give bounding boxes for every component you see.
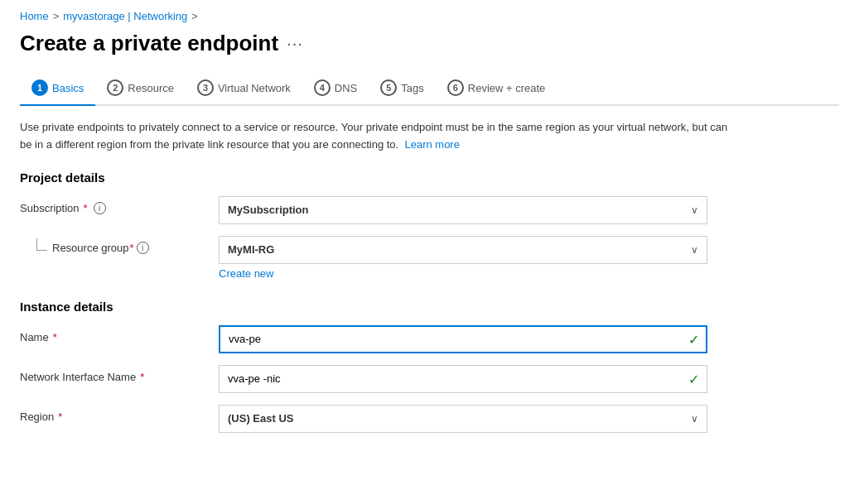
info-text: Use private endpoints to privately conne… xyxy=(20,119,732,154)
step-virtual-network-label: Virtual Network xyxy=(218,82,291,94)
nic-input-wrapper: ✓ xyxy=(219,365,707,393)
steps-bar: 1 Basics 2 Resource 3 Virtual Network 4 … xyxy=(20,73,839,106)
step-basics[interactable]: 1 Basics xyxy=(20,73,95,106)
step-resource-label: Resource xyxy=(128,82,174,94)
step-review-create[interactable]: 6 Review + create xyxy=(436,73,557,104)
step-virtual-network-number: 3 xyxy=(197,79,214,96)
learn-more-link[interactable]: Learn more xyxy=(404,138,459,151)
subscription-label: Subscription * i xyxy=(20,196,219,214)
region-required: * xyxy=(58,410,62,423)
resource-group-row: Resource group * i MyMI-RG ∨ Create new xyxy=(20,236,839,280)
project-details-heading: Project details xyxy=(20,170,839,185)
step-basics-label: Basics xyxy=(52,82,84,94)
nic-label: Network Interface Name * xyxy=(20,365,219,383)
region-dropdown[interactable]: (US) East US ∨ xyxy=(219,405,707,433)
resource-group-control: MyMI-RG ∨ Create new xyxy=(219,236,707,280)
step-dns[interactable]: 4 DNS xyxy=(302,73,369,104)
region-label: Region * xyxy=(20,405,219,423)
page-title-row: Create a private endpoint ··· xyxy=(20,31,839,56)
subscription-required: * xyxy=(84,202,88,214)
subscription-control: MySubscription ∨ xyxy=(219,196,707,224)
name-required: * xyxy=(53,331,57,343)
breadcrumb-storage[interactable]: myvastorage | Networking xyxy=(63,10,187,22)
step-resource-number: 2 xyxy=(107,79,123,96)
step-dns-number: 4 xyxy=(314,79,331,96)
name-input[interactable] xyxy=(219,325,707,353)
step-review-create-label: Review + create xyxy=(468,82,546,94)
resource-group-dropdown-arrow: ∨ xyxy=(691,244,698,256)
nic-control: ✓ xyxy=(219,365,707,393)
step-review-create-number: 6 xyxy=(447,79,464,96)
nic-row: Network Interface Name * ✓ xyxy=(20,365,839,393)
breadcrumb-sep2: > xyxy=(191,10,198,22)
resource-group-value: MyMI-RG xyxy=(228,243,274,256)
create-new-link[interactable]: Create new xyxy=(219,267,273,280)
name-input-wrapper: ✓ xyxy=(219,325,707,353)
name-label: Name * xyxy=(20,325,219,343)
subscription-value: MySubscription xyxy=(228,204,309,216)
name-row: Name * ✓ xyxy=(20,325,839,353)
step-basics-number: 1 xyxy=(31,79,48,96)
nic-input[interactable] xyxy=(219,365,707,393)
name-control: ✓ xyxy=(219,325,707,353)
nic-checkmark: ✓ xyxy=(688,371,699,386)
region-control: (US) East US ∨ xyxy=(219,405,707,433)
project-details-section: Project details Subscription * i MySubsc… xyxy=(20,170,839,280)
subscription-dropdown-arrow: ∨ xyxy=(691,204,698,216)
nic-required: * xyxy=(140,371,144,383)
page-title-menu[interactable]: ··· xyxy=(287,34,303,53)
resource-group-label: Resource group * i xyxy=(20,236,219,254)
step-tags-label: Tags xyxy=(401,82,423,94)
subscription-row: Subscription * i MySubscription ∨ xyxy=(20,196,839,224)
resource-group-info-icon[interactable]: i xyxy=(137,242,149,254)
name-checkmark: ✓ xyxy=(688,331,699,347)
step-virtual-network[interactable]: 3 Virtual Network xyxy=(186,73,302,104)
instance-details-heading: Instance details xyxy=(20,300,839,314)
breadcrumb: Home > myvastorage | Networking > xyxy=(20,10,839,22)
resource-group-dropdown[interactable]: MyMI-RG ∨ xyxy=(219,236,707,264)
instance-details-section: Instance details Name * ✓ Network Interf… xyxy=(20,300,839,433)
subscription-info-icon[interactable]: i xyxy=(94,202,106,214)
step-resource[interactable]: 2 Resource xyxy=(95,73,186,104)
breadcrumb-sep1: > xyxy=(53,10,60,22)
info-text-content: Use private endpoints to privately conne… xyxy=(20,121,727,151)
resource-group-required: * xyxy=(130,242,134,254)
region-row: Region * (US) East US ∨ xyxy=(20,405,839,433)
region-dropdown-arrow: ∨ xyxy=(691,413,698,425)
page-container: Home > myvastorage | Networking > Create… xyxy=(0,0,859,473)
step-dns-label: DNS xyxy=(335,82,357,94)
breadcrumb-home[interactable]: Home xyxy=(20,10,49,22)
step-tags-number: 5 xyxy=(380,79,397,96)
page-title: Create a private endpoint xyxy=(20,31,278,56)
step-tags[interactable]: 5 Tags xyxy=(369,73,435,104)
region-value: (US) East US xyxy=(228,412,293,425)
subscription-dropdown[interactable]: MySubscription ∨ xyxy=(219,196,707,224)
